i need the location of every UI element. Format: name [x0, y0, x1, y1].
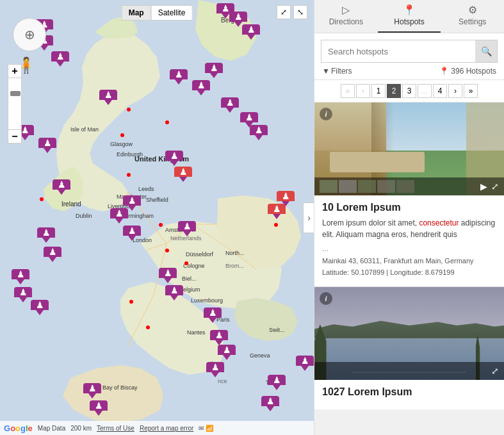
hotspot-pin[interactable]: ♟ [170, 69, 188, 90]
zoom-out-btn[interactable]: − [8, 129, 22, 144]
red-dot [146, 325, 150, 329]
page-3-btn[interactable]: 3 [402, 84, 416, 98]
red-dot [184, 261, 188, 265]
hotspot-pin[interactable]: ♟ [38, 138, 56, 158]
hotspot-card-1: i ▶ ⤢ 10 Lorem Ipsum [314, 103, 504, 286]
thumb[interactable] [358, 180, 376, 193]
page-ellipsis: ... [418, 84, 432, 98]
search-button[interactable]: 🔍 [475, 40, 497, 62]
page-1-btn[interactable]: 1 [371, 84, 386, 98]
card-play-btn[interactable]: ▶ [480, 181, 487, 192]
map-scale: 200 km [70, 425, 92, 432]
hotspot-pin[interactable]: ♟ [174, 167, 192, 187]
svg-text:Sheffield: Sheffield [146, 197, 168, 203]
hotspot-count: 📍 396 Hotspots [439, 67, 496, 76]
address-line2: Latitude: 50.107899 | Longitude: 8.67919… [322, 267, 496, 279]
report-link[interactable]: Report a map error [140, 425, 193, 432]
page-prev-prev-btn[interactable]: « [341, 84, 355, 98]
svg-text:Biel...: Biel... [182, 275, 197, 282]
hotspot-pin[interactable]: ♟ [37, 227, 55, 248]
tab-directions[interactable]: ▷ Directions [314, 0, 378, 33]
search-input[interactable] [321, 42, 475, 62]
hotspot-pin[interactable]: ♟ [14, 287, 32, 308]
search-area: 🔍 ▼ Filters 📍 396 Hotspots [314, 33, 504, 80]
red-dot [127, 108, 131, 111]
map-fullscreen-btn[interactable]: ⤢ [277, 5, 291, 19]
svg-text:Geneva: Geneva [250, 352, 270, 359]
hotspots-icon: 📍 [403, 4, 416, 16]
hotspot-pin[interactable]: ♟ [53, 179, 70, 200]
svg-text:Nantes: Nantes [187, 329, 206, 336]
red-dot [165, 120, 169, 124]
count-text: 396 Hotspots [451, 67, 496, 76]
hotspot-pin[interactable]: ♟ [99, 90, 117, 110]
directions-icon: ▷ [342, 4, 350, 16]
map-expand-btn[interactable]: ⤡ [293, 5, 307, 19]
map-type-satellite-btn[interactable]: Satellite [151, 5, 193, 21]
zoom-in-btn[interactable]: + [8, 64, 22, 78]
card-ellipsis-1: ... [322, 244, 496, 253]
page-2-btn[interactable]: 2 [387, 84, 401, 98]
red-dot [127, 173, 131, 177]
google-logo: Google [4, 423, 33, 433]
zoom-track[interactable] [8, 78, 22, 129]
map-type-map-btn[interactable]: Map [122, 5, 151, 21]
hotspot-pin[interactable]: ♟ [205, 63, 223, 83]
card-title-2: 1027 Lorem Ipsum [322, 386, 496, 398]
map-container: United Kingdom Ireland Glasgow Edinburgh… [0, 0, 314, 435]
tab-settings[interactable]: ⚙ Settings [441, 0, 504, 33]
thumb[interactable] [396, 180, 414, 193]
page-next-btn[interactable]: › [448, 84, 462, 98]
thumb[interactable] [377, 180, 395, 193]
location-icon: 📍 [439, 67, 449, 76]
hotspot-pin[interactable]: ♟ [296, 356, 314, 376]
hotspot-pin[interactable]: ♟ [206, 362, 224, 382]
map-nav-circle[interactable] [13, 18, 46, 51]
card-image-2[interactable]: i ⤢ [314, 287, 504, 380]
filters-toggle[interactable]: ▼ Filters [322, 67, 352, 76]
tab-hotspots-label: Hotspots [394, 17, 424, 26]
map-type-controls: Map Satellite [122, 5, 193, 21]
svg-text:Isle of Man: Isle of Man [70, 126, 99, 133]
hotspot-pin[interactable]: ♟ [90, 400, 108, 421]
thumb[interactable] [339, 180, 357, 193]
card-overlay-bar-2: ⤢ [314, 362, 504, 380]
hotspot-pin[interactable]: ♟ [165, 285, 183, 306]
page-prev-btn[interactable]: ‹ [356, 84, 370, 98]
address-line1: Mainkai 43, 60311, Frankfurt am Main, Ge… [322, 256, 496, 267]
hotspot-pin[interactable]: ♟ [44, 247, 61, 267]
hotspot-pin[interactable]: ♟ [221, 97, 239, 118]
hotspot-pin[interactable]: ♟ [250, 125, 268, 145]
tab-hotspots[interactable]: 📍 Hotspots [378, 0, 441, 33]
zoom-controls: + − [8, 64, 22, 144]
hotspot-pin[interactable]: ♟ [123, 226, 141, 246]
svg-text:Swit...: Swit... [269, 327, 285, 333]
svg-text:Leeds: Leeds [138, 186, 154, 192]
map-extra-controls: ⤢ ⤡ [277, 5, 307, 19]
svg-text:Ireland: Ireland [61, 201, 81, 208]
pagination: « ‹ 1 2 3 ... 4 › » [314, 80, 504, 103]
card-body-2: 1027 Lorem Ipsum [314, 380, 504, 409]
page-4-btn[interactable]: 4 [433, 84, 447, 98]
page-next-next-btn[interactable]: » [464, 84, 478, 98]
zoom-handle[interactable] [10, 91, 20, 96]
card-expand-btn-2[interactable]: ⤢ [491, 366, 499, 376]
hotspot-pin[interactable]: ♟ [51, 51, 69, 72]
card-overlay-bar-1: ▶ ⤢ [314, 177, 504, 195]
hotspot-pin[interactable]: ♟ [178, 221, 196, 242]
terms-link[interactable]: Terms of Use [97, 425, 134, 432]
thumb[interactable] [320, 180, 337, 193]
hotspot-pin[interactable]: ♟ [268, 204, 286, 224]
hotspot-pin[interactable]: ♟ [261, 396, 279, 416]
hotspot-pin[interactable]: ♟ [204, 308, 222, 328]
hotspot-pin[interactable]: ♟ [31, 300, 49, 320]
svg-text:Dublin: Dublin [76, 213, 92, 219]
hotspot-pin[interactable]: ♟ [268, 375, 286, 395]
hotspot-pin[interactable]: ♟ [242, 24, 260, 45]
info-badge-1[interactable]: i [320, 108, 332, 120]
card-image-1[interactable]: i ▶ ⤢ [314, 103, 504, 195]
card-expand-btn[interactable]: ⤢ [491, 181, 499, 192]
panel-collapse-btn[interactable]: › [303, 202, 314, 233]
map-data-label: Map Data [38, 425, 65, 432]
red-dot [120, 133, 124, 137]
